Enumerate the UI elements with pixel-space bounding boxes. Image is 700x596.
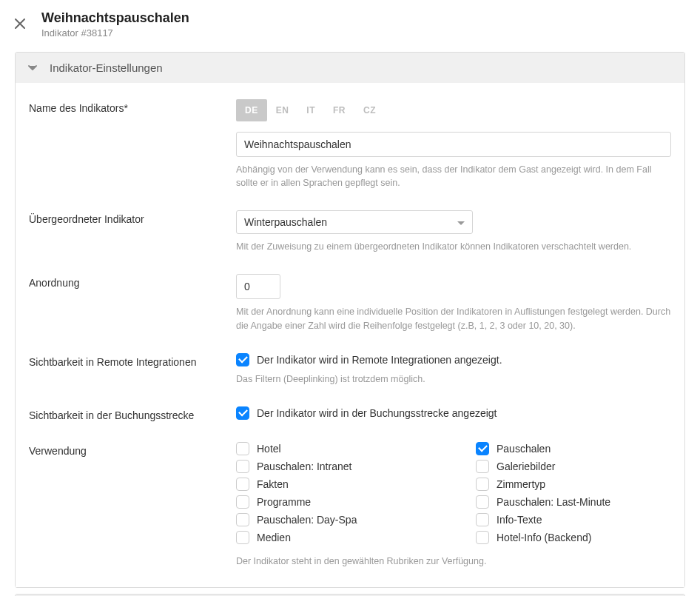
usage-hotelinfo-backend-label: Hotel-Info (Backend) [497,532,591,543]
usage-programs-label: Programme [257,496,311,508]
lang-tab-de[interactable]: DE [236,99,267,121]
usage-packages-dayspa-label: Pauschalen: Day-Spa [257,514,357,526]
usage-infotexts-checkbox[interactable] [476,513,489,526]
lang-tab-it[interactable]: IT [297,99,324,121]
help-parent-indicator: Mit der Zuweisung zu einem übergeordnete… [236,240,671,253]
usage-gallery-label: Galeriebilder [497,461,555,472]
usage-programs-checkbox[interactable] [236,495,249,509]
usage-roomtype-checkbox[interactable] [476,478,489,491]
usage-packages-checkbox[interactable] [476,442,489,455]
parent-indicator-value: Winterpauschalen [244,216,327,228]
help-order: Mit der Anordnung kann eine individuelle… [236,305,671,332]
booking-visibility-checkbox[interactable] [236,406,249,420]
usage-facts-checkbox[interactable] [236,478,249,491]
parent-indicator-select[interactable]: Winterpauschalen [236,210,473,234]
usage-packages-lastminute-label: Pauschalen: Last-Minute [497,496,610,508]
panel-header-settings[interactable]: Indikator-Einstellungen [16,53,684,83]
order-input[interactable] [236,274,280,299]
chevron-down-icon [457,216,465,228]
help-indicator-name: Abhängig von der Verwendung kann es sein… [236,163,671,190]
label-usage: Verwendung [29,442,236,568]
usage-hotel-checkbox[interactable] [236,442,249,455]
help-usage: Der Indikator steht in den gewählten Rub… [236,555,671,568]
lang-tab-fr[interactable]: FR [324,99,354,121]
usage-packages-intranet-checkbox[interactable] [236,460,249,473]
panel-title-settings: Indikator-Einstellungen [50,61,163,74]
label-booking-visibility: Sichtbarkeit in der Buchungsstrecke [29,406,236,421]
usage-col-left: Hotel Pauschalen: Intranet Fakten Progra… [236,442,431,549]
usage-roomtype-label: Zimmertyp [497,478,545,490]
usage-col-right: Pauschalen Galeriebilder Zimmertyp Pausc… [476,442,671,549]
usage-packages-dayspa-checkbox[interactable] [236,513,249,526]
settings-modal: Weihnachtspauschalen Indikator #38117 In… [0,0,700,596]
booking-visibility-check-label: Der Indikator wird in der Buchungsstreck… [257,406,497,420]
usage-packages-lastminute-checkbox[interactable] [476,495,489,509]
modal-header: Weihnachtspauschalen Indikator #38117 [0,0,700,52]
usage-hotel-label: Hotel [257,443,281,455]
panel-body-settings: Name des Indikators* DE EN IT FR CZ Abhä… [16,83,684,587]
usage-media-checkbox[interactable] [236,531,249,544]
usage-packages-intranet-label: Pauschalen: Intranet [257,461,351,472]
chevron-down-icon [27,63,38,73]
indicator-name-input[interactable] [236,132,671,157]
help-remote-visibility: Das Filtern (Deeplinking) ist trotzdem m… [236,372,671,386]
language-tabs: DE EN IT FR CZ [236,99,671,121]
label-indicator-name: Name des Indikators* [29,99,236,190]
remote-visibility-checkbox[interactable] [236,353,249,366]
usage-facts-label: Fakten [257,478,289,490]
label-order: Anordnung [29,274,236,332]
usage-infotexts-label: Info-Texte [497,514,542,526]
close-icon[interactable] [15,16,25,31]
usage-packages-label: Pauschalen [497,443,551,455]
remote-visibility-check-label: Der Indikator wird in Remote Integration… [257,353,502,366]
label-parent-indicator: Übergeordneter Indikator [29,210,236,253]
label-remote-visibility: Sichtbarkeit in Remote Integrationen [29,353,236,386]
page-subtitle: Indikator #38117 [41,27,189,38]
lang-tab-cz[interactable]: CZ [354,99,385,121]
usage-gallery-checkbox[interactable] [476,460,489,473]
page-title: Weihnachtspauschalen [41,10,189,26]
modal-body: Indikator-Einstellungen Name des Indikat… [0,52,700,596]
panel-indicator-settings: Indikator-Einstellungen Name des Indikat… [15,52,685,588]
lang-tab-en[interactable]: EN [267,99,298,121]
usage-hotelinfo-backend-checkbox[interactable] [476,531,489,544]
usage-media-label: Medien [257,532,291,543]
